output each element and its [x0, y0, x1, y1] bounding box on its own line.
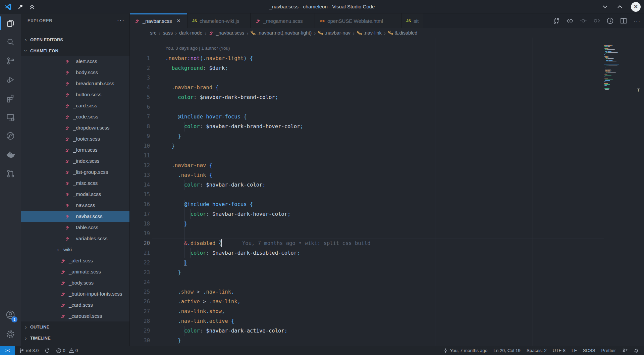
code-line-11[interactable]: 11 — [130, 151, 644, 161]
tree-file-_form.scss[interactable]: _form.scss — [21, 144, 129, 155]
tree-file-_navbar.scss[interactable]: _navbar.scss — [21, 211, 129, 222]
more-actions-icon[interactable]: ··· — [633, 16, 641, 25]
tree-file-_card.scss[interactable]: _card.scss — [21, 299, 129, 310]
code-line-10[interactable]: 10 } — [130, 141, 644, 151]
timeline-section[interactable]: › TIMELINE — [21, 333, 129, 343]
tab-_navbar.scss[interactable]: _navbar.scss✕ — [130, 13, 187, 28]
code-line-6[interactable]: 6 — [130, 102, 644, 112]
window-maximize-icon[interactable] — [616, 3, 624, 10]
tree-file-_button-input-fonts.scss[interactable]: _button-input-fonts.scss — [21, 288, 129, 299]
code-editor[interactable]: You, 3 days ago | 1 author (You) ⊤ 1.nav… — [130, 38, 644, 346]
code-line-21[interactable]: 21 color: $navbar-dark-disabled-color; — [130, 248, 644, 258]
tree-file-_dropdown.scss[interactable]: _dropdown.scss — [21, 122, 129, 133]
notifications-bell-icon[interactable] — [631, 346, 642, 355]
breadcrumb-dark-mode[interactable]: dark-mode — [179, 30, 202, 36]
tree-file-_index.scss[interactable]: _index.scss — [21, 155, 129, 166]
code-line-16[interactable]: 16 @include hover-focus { — [130, 200, 644, 209]
tab-_megamenu.scss[interactable]: _megamenu.scss — [251, 13, 315, 28]
code-line-30[interactable]: 30 } — [130, 336, 644, 346]
code-line-5[interactable]: 5 color: $navbar-dark-brand-color; — [130, 93, 644, 102]
tree-file-_variables.scss[interactable]: _variables.scss — [21, 233, 129, 244]
codelens-blame[interactable]: You, 3 days ago | 1 author (You) — [165, 46, 230, 51]
previous-change-icon[interactable] — [566, 16, 574, 25]
activity-gitlens-icon[interactable] — [0, 126, 21, 145]
breadcrumb-sass[interactable]: sass — [163, 30, 173, 36]
code-line-22[interactable]: 22 } — [130, 258, 644, 268]
code-line-2[interactable]: 2 background: $dark; — [130, 63, 644, 73]
tab-sit[interactable]: JSsit — [401, 13, 423, 28]
tree-file-_body.scss[interactable]: _body.scss — [21, 67, 129, 78]
settings-gear-icon[interactable] — [0, 324, 21, 344]
tab-chameleon-wiki.js[interactable]: JSchameleon-wiki.js — [187, 13, 251, 28]
code-line-3[interactable]: 3 — [130, 73, 644, 83]
activity-github-pr-icon[interactable] — [0, 164, 21, 183]
account-icon[interactable]: 1 — [0, 305, 21, 324]
code-line-28[interactable]: 28 .nav-link.active { — [130, 316, 644, 326]
formatter-item[interactable]: Prettier — [598, 346, 619, 355]
next-change-icon[interactable] — [592, 16, 601, 25]
pin-icon[interactable] — [17, 4, 23, 10]
open-editors-section[interactable]: › OPEN EDITORS — [21, 35, 129, 45]
double-chevron-up-icon[interactable] — [29, 3, 36, 10]
code-line-4[interactable]: 4 .navbar-brand { — [130, 83, 644, 93]
code-line-20[interactable]: 20 &.disabled {You, 7 months ago • wiki:… — [130, 239, 644, 248]
code-line-19[interactable]: 19 — [130, 229, 644, 239]
sync-button[interactable] — [42, 346, 53, 355]
problems-item[interactable]: 0 0 — [53, 346, 81, 355]
eol-item[interactable]: LF — [569, 346, 580, 355]
activity-docker-icon[interactable] — [0, 145, 21, 164]
file-heatmap-icon[interactable] — [606, 16, 614, 25]
tree-file-_alert.scss[interactable]: _alert.scss — [21, 56, 129, 67]
window-close-button[interactable]: ✕ — [631, 2, 641, 12]
current-change-icon[interactable] — [579, 16, 588, 25]
tree-file-_button.scss[interactable]: _button.scss — [21, 89, 129, 100]
window-minimize-icon[interactable] — [601, 3, 609, 10]
tree-file-_body.scss[interactable]: _body.scss — [21, 277, 129, 288]
tree-file-_card.scss[interactable]: _card.scss — [21, 100, 129, 111]
code-line-15[interactable]: 15 — [130, 190, 644, 200]
tree-file-_breadcrumb.scss[interactable]: _breadcrumb.scss — [21, 78, 129, 89]
tree-file-_misc.scss[interactable]: _misc.scss — [21, 178, 129, 189]
tree-folder-wiki[interactable]: ›wiki — [21, 244, 129, 255]
activity-search-icon[interactable] — [0, 33, 21, 51]
breadcrumb-_navbar.scss[interactable]: _navbar.scss — [209, 30, 244, 36]
code-line-14[interactable]: 14 color: $navbar-dark-color; — [130, 180, 644, 190]
code-line-27[interactable]: 27 .nav-link.show, — [130, 307, 644, 316]
breadcrumb-&.disabled[interactable]: &.disabled — [388, 30, 418, 36]
open-changes-icon[interactable] — [552, 16, 561, 25]
code-line-25[interactable]: 25 .show > .nav-link, — [130, 287, 644, 297]
close-tab-icon[interactable]: ✕ — [177, 18, 181, 23]
code-line-29[interactable]: 29 color: $navbar-dark-active-color; — [130, 326, 644, 336]
code-line-17[interactable]: 17 color: $navbar-dark-hover-color; — [130, 209, 644, 219]
code-line-1[interactable]: 1.navbar:not(.navbar-light) { — [130, 54, 644, 63]
tree-file-_nav.scss[interactable]: _nav.scss — [21, 200, 129, 211]
tree-file-_table.scss[interactable]: _table.scss — [21, 222, 129, 233]
tree-file-_carousel.scss[interactable]: _carousel.scss — [21, 310, 129, 321]
indentation-item[interactable]: Spaces: 2 — [524, 346, 550, 355]
breadcrumb-.navbar:not(.navbar-light)[interactable]: .navbar:not(.navbar-light) — [251, 30, 312, 36]
code-line-9[interactable]: 9 } — [130, 132, 644, 141]
activity-run-debug-icon[interactable] — [0, 70, 21, 89]
tree-file-_alert.scss[interactable]: _alert.scss — [21, 255, 129, 266]
activity-remote-explorer-icon[interactable] — [0, 108, 21, 126]
code-line-18[interactable]: 18 } — [130, 219, 644, 229]
sidebar-more-actions-icon[interactable]: ··· — [117, 17, 125, 24]
tree-file-_modal.scss[interactable]: _modal.scss — [21, 189, 129, 200]
outline-section[interactable]: › OUTLINE — [21, 322, 129, 332]
tree-file-_code.scss[interactable]: _code.scss — [21, 111, 129, 122]
tab-openSUSE Weblate.html[interactable]: <>openSUSE Weblate.html — [315, 13, 401, 28]
activity-extensions-icon[interactable] — [0, 89, 21, 108]
tree-file-_list-group.scss[interactable]: _list-group.scss — [21, 166, 129, 178]
activity-source-control-icon[interactable] — [0, 51, 21, 70]
code-line-12[interactable]: 12 .navbar-nav { — [130, 161, 644, 170]
breadcrumb-src[interactable]: src — [150, 30, 156, 36]
split-editor-icon[interactable] — [619, 16, 628, 25]
tree-file-_animate.scss[interactable]: _animate.scss — [21, 266, 129, 277]
tree-file-_footer.scss[interactable]: _footer.scss — [21, 133, 129, 144]
code-line-8[interactable]: 8 color: $navbar-dark-brand-hover-color; — [130, 122, 644, 132]
language-mode-item[interactable]: SCSS — [580, 346, 598, 355]
code-line-13[interactable]: 13 .nav-link { — [130, 170, 644, 180]
code-line-23[interactable]: 23 } — [130, 268, 644, 277]
code-line-24[interactable]: 24 — [130, 277, 644, 287]
remote-indicator[interactable]: >< — [0, 346, 15, 355]
